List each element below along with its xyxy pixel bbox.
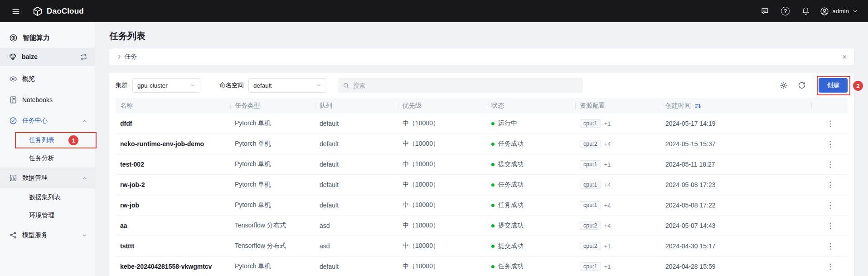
table-row[interactable]: neko-runtime-env-job-demo Pytorch 单机 def… bbox=[116, 134, 848, 154]
resource-extra-count: +1 bbox=[604, 161, 611, 168]
status-dot-icon bbox=[491, 245, 495, 248]
resource-tag: cpu:1 bbox=[580, 262, 601, 271]
job-created-time: 2024-05-15 15:37 bbox=[661, 140, 811, 148]
job-name[interactable]: dfdf bbox=[116, 120, 230, 127]
workspace-name: baize bbox=[22, 53, 75, 60]
job-created-time: 2024-05-17 14:19 bbox=[661, 120, 811, 127]
table-row[interactable]: aa Tensorflow 分布式 asd 中（10000） 提交成功 cpu:… bbox=[116, 216, 848, 236]
job-status-text: 任务成功 bbox=[498, 201, 524, 209]
job-resource: cpu:1 +4 bbox=[575, 181, 661, 189]
notifications-bell-icon[interactable] bbox=[799, 4, 813, 18]
job-name[interactable]: neko-runtime-env-job-demo bbox=[116, 140, 230, 148]
job-queue: default bbox=[315, 202, 398, 209]
job-resource: cpu:1 +1 bbox=[575, 262, 661, 271]
job-created-time: 2024-05-11 18:27 bbox=[661, 161, 811, 168]
sidebar-item-model-service[interactable]: 模型服务 bbox=[0, 225, 95, 246]
kebab-menu-icon[interactable]: ⋮ bbox=[824, 201, 837, 210]
job-queue: default bbox=[315, 140, 398, 148]
filter-toolbar: 集群 gpu-cluster 命名空间 default bbox=[116, 78, 848, 93]
job-status-text: 任务成功 bbox=[498, 140, 524, 148]
job-status: 任务成功 bbox=[487, 262, 575, 271]
job-created-time: 2024-04-30 15:17 bbox=[661, 242, 811, 250]
job-queue: asd bbox=[315, 242, 398, 250]
job-status: 任务成功 bbox=[487, 140, 575, 148]
table-row[interactable]: dfdf Pytorch 单机 default 中（10000） 运行中 cpu… bbox=[116, 113, 848, 134]
header-resource: 资源配置 bbox=[575, 98, 661, 113]
job-queue: default bbox=[315, 263, 398, 270]
job-priority: 中（10000） bbox=[398, 140, 487, 148]
job-status: 提交成功 bbox=[487, 222, 575, 230]
table-row[interactable]: rw-job Pytorch 单机 default 中（10000） 任务成功 … bbox=[116, 195, 848, 216]
user-menu[interactable]: admin bbox=[819, 5, 859, 18]
kebab-menu-icon[interactable]: ⋮ bbox=[824, 139, 837, 149]
job-actions: ⋮ bbox=[811, 221, 848, 231]
resource-extra-count: +4 bbox=[604, 141, 611, 148]
column-settings-gear-icon[interactable] bbox=[777, 79, 790, 92]
job-actions: ⋮ bbox=[811, 160, 848, 169]
search-input[interactable] bbox=[353, 82, 578, 89]
kebab-menu-icon[interactable]: ⋮ bbox=[824, 119, 837, 128]
sidebar-item-data-management[interactable]: 数据管理 bbox=[0, 168, 95, 188]
job-status: 任务成功 bbox=[487, 181, 575, 189]
sidebar-item-overview[interactable]: 概览 bbox=[0, 69, 95, 89]
job-actions: ⋮ bbox=[811, 262, 848, 271]
job-name[interactable]: rw-job bbox=[116, 202, 230, 209]
hamburger-menu-icon[interactable] bbox=[9, 5, 23, 18]
job-actions: ⋮ bbox=[811, 201, 848, 210]
header-queue: 队列 bbox=[315, 98, 398, 113]
kebab-menu-icon[interactable]: ⋮ bbox=[824, 242, 837, 251]
refresh-icon[interactable] bbox=[795, 79, 809, 92]
job-name[interactable]: rw-job-2 bbox=[116, 181, 230, 188]
table-header: 名称 任务类型 队列 优先级 状态 资源配置 创建时间 bbox=[116, 98, 848, 113]
sidebar-section-title: 智能算力 bbox=[0, 28, 95, 48]
job-type: Pytorch 单机 bbox=[230, 201, 315, 209]
sort-descending-icon[interactable] bbox=[694, 103, 701, 109]
job-name[interactable]: test-002 bbox=[116, 161, 230, 168]
sidebar-nav: 概览 Notebooks 任务中心 bbox=[0, 69, 95, 246]
namespace-label: 命名空间 bbox=[219, 81, 244, 89]
switch-workspace-icon[interactable] bbox=[80, 53, 87, 61]
status-dot-icon bbox=[491, 204, 495, 207]
workspace-selector[interactable]: baize bbox=[0, 48, 95, 66]
ai-compute-icon bbox=[9, 34, 18, 42]
namespace-select[interactable]: default bbox=[248, 78, 326, 93]
kebab-menu-icon[interactable]: ⋮ bbox=[824, 221, 837, 231]
table-row[interactable]: tstttt Tensorflow 分布式 asd 中（10000） 提交成功 … bbox=[116, 236, 848, 256]
table-row[interactable]: rw-job-2 Pytorch 单机 default 中（10000） 任务成… bbox=[116, 175, 848, 195]
sidebar-item-task-list[interactable]: 任务列表 bbox=[0, 131, 95, 149]
job-actions: ⋮ bbox=[811, 119, 848, 128]
sidebar-item-task-analysis[interactable]: 任务分析 bbox=[0, 149, 95, 168]
job-resource: cpu:1 +1 bbox=[575, 160, 661, 168]
cluster-select[interactable]: gpu-cluster bbox=[132, 78, 200, 93]
job-name[interactable]: tstttt bbox=[116, 242, 230, 250]
sidebar-item-dataset-list[interactable]: 数据集列表 bbox=[0, 188, 95, 207]
chevron-right-icon bbox=[116, 54, 122, 59]
job-priority: 中（10000） bbox=[398, 201, 487, 209]
chevron-down-icon bbox=[82, 232, 87, 238]
help-icon[interactable]: ? bbox=[778, 4, 792, 18]
task-list-panel: 集群 gpu-cluster 命名空间 default bbox=[109, 73, 854, 276]
close-icon[interactable]: × bbox=[842, 53, 847, 61]
sidebar-item-notebooks[interactable]: Notebooks bbox=[0, 89, 95, 110]
breadcrumb: 任务 × bbox=[109, 49, 854, 65]
kebab-menu-icon[interactable]: ⋮ bbox=[824, 262, 837, 271]
search-box bbox=[338, 78, 583, 93]
table-row[interactable]: test-002 Pytorch 单机 default 中（10000） 提交成… bbox=[116, 154, 848, 175]
job-priority: 中（10000） bbox=[398, 160, 487, 168]
messages-icon[interactable] bbox=[758, 4, 772, 18]
job-name[interactable]: aa bbox=[116, 222, 230, 229]
job-name[interactable]: kebe-202404281558-vkwgmtcv bbox=[116, 263, 230, 270]
sidebar-item-env-management[interactable]: 环境管理 bbox=[0, 207, 95, 225]
status-dot-icon bbox=[491, 163, 495, 166]
table-row[interactable]: kebe-202404281558-vkwgmtcv Pytorch 单机 de… bbox=[116, 256, 848, 276]
brand-logo[interactable]: DaoCloud bbox=[33, 6, 84, 16]
page-title: 任务列表 bbox=[109, 30, 854, 42]
breadcrumb-task-link[interactable]: 任务 bbox=[125, 53, 137, 61]
create-button[interactable]: 创建 bbox=[819, 78, 848, 93]
kebab-menu-icon[interactable]: ⋮ bbox=[824, 180, 837, 190]
search-icon bbox=[343, 82, 349, 89]
kebab-menu-icon[interactable]: ⋮ bbox=[824, 160, 837, 169]
sidebar-item-task-center[interactable]: 任务中心 bbox=[0, 110, 95, 131]
chevron-down-icon bbox=[316, 83, 321, 88]
job-status-text: 任务成功 bbox=[498, 262, 524, 271]
